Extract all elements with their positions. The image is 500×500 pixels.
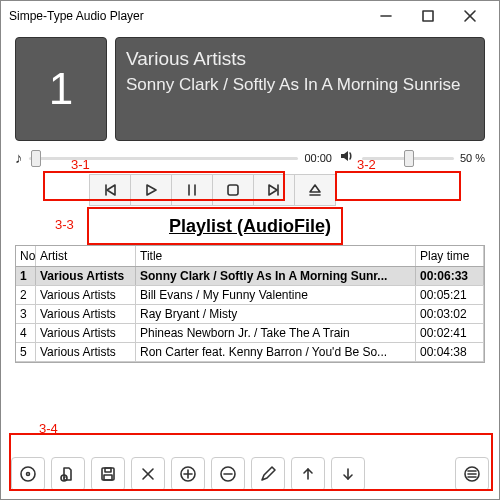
- titlebar: Simpe-Type Audio Player: [1, 1, 499, 31]
- track-title: Sonny Clark / Softly As In A Morning Sun…: [126, 73, 474, 97]
- move-down-button[interactable]: [331, 457, 365, 491]
- table-row[interactable]: 4Various ArtistsPhineas Newborn Jr. / Ta…: [16, 324, 484, 343]
- svg-rect-19: [104, 475, 112, 480]
- bottom-toolbar: [11, 457, 489, 491]
- svg-point-15: [27, 473, 30, 476]
- prev-button[interactable]: [89, 174, 131, 206]
- playlist-table: No Artist Title Play time 1Various Artis…: [15, 245, 485, 363]
- svg-marker-6: [147, 185, 156, 195]
- annotation-label-4: 3-4: [39, 421, 58, 436]
- svg-marker-12: [310, 185, 320, 192]
- add-button[interactable]: [171, 457, 205, 491]
- annotation-label-1: 3-1: [71, 157, 90, 172]
- next-button[interactable]: [253, 174, 295, 206]
- col-title[interactable]: Title: [136, 246, 416, 266]
- col-time[interactable]: Play time: [416, 246, 484, 266]
- svg-point-14: [21, 467, 35, 481]
- svg-rect-1: [423, 11, 433, 21]
- menu-button[interactable]: [455, 457, 489, 491]
- table-row[interactable]: 5Various ArtistsRon Carter feat. Kenny B…: [16, 343, 484, 362]
- elapsed-time: 00:00: [304, 152, 332, 164]
- window-title: Simpe-Type Audio Player: [9, 9, 144, 23]
- transport-bar: [89, 174, 499, 206]
- delete-button[interactable]: [131, 457, 165, 491]
- album-art: 1: [15, 37, 107, 141]
- save-button[interactable]: [91, 457, 125, 491]
- pause-button[interactable]: [171, 174, 213, 206]
- minimize-button[interactable]: [365, 2, 407, 30]
- volume-icon: [338, 147, 356, 168]
- maximize-button[interactable]: [407, 2, 449, 30]
- edit-button[interactable]: [251, 457, 285, 491]
- table-row[interactable]: 3Various ArtistsRay Bryant / Misty00:03:…: [16, 305, 484, 324]
- table-row[interactable]: 1Various ArtistsSonny Clark / Softly As …: [16, 267, 484, 286]
- disc-button[interactable]: [11, 457, 45, 491]
- table-row[interactable]: 2Various ArtistsBill Evans / My Funny Va…: [16, 286, 484, 305]
- remove-button[interactable]: [211, 457, 245, 491]
- track-number: 1: [49, 64, 73, 114]
- playlist-title: Playlist (AudioFile): [1, 216, 499, 237]
- play-button[interactable]: [130, 174, 172, 206]
- track-info: Various Artists Sonny Clark / Softly As …: [115, 37, 485, 141]
- annotation-label-3: 3-3: [55, 217, 74, 232]
- col-no[interactable]: No: [16, 246, 36, 266]
- table-header: No Artist Title Play time: [15, 245, 485, 267]
- eject-button[interactable]: [294, 174, 336, 206]
- music-note-icon: ♪: [15, 149, 23, 166]
- annotation-label-2: 3-2: [357, 157, 376, 172]
- seek-slider[interactable]: [29, 148, 299, 168]
- move-up-button[interactable]: [291, 457, 325, 491]
- now-playing: 1 Various Artists Sonny Clark / Softly A…: [15, 37, 485, 141]
- svg-rect-9: [228, 185, 238, 195]
- col-artist[interactable]: Artist: [36, 246, 136, 266]
- svg-marker-5: [107, 185, 115, 195]
- track-artist: Various Artists: [126, 46, 474, 73]
- volume-percent: 50 %: [460, 152, 485, 164]
- close-button[interactable]: [449, 2, 491, 30]
- stop-button[interactable]: [212, 174, 254, 206]
- svg-marker-10: [269, 185, 277, 195]
- svg-rect-18: [105, 468, 111, 472]
- open-file-button[interactable]: [51, 457, 85, 491]
